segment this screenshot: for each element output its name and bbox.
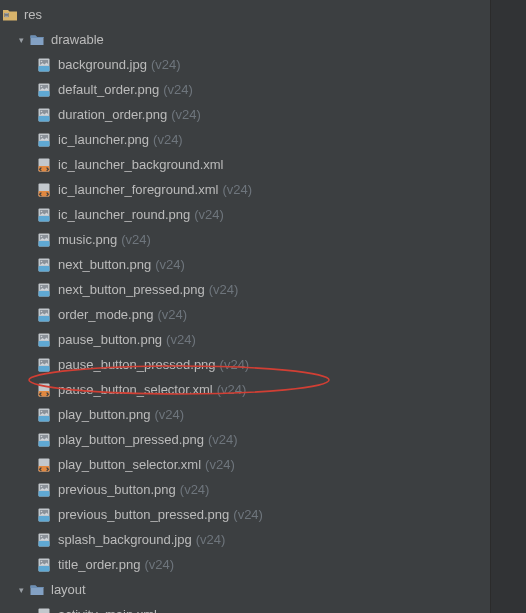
- svg-rect-5: [39, 66, 50, 72]
- svg-point-71: [41, 510, 43, 512]
- file-row[interactable]: music.png(v24): [0, 227, 490, 252]
- folder-icon: [29, 582, 45, 598]
- file-row[interactable]: splash_background.jpg(v24): [0, 527, 490, 552]
- folder-row-drawable[interactable]: ▾ drawable: [0, 27, 490, 52]
- file-qualifier: (v24): [157, 307, 187, 322]
- file-qualifier: (v24): [196, 532, 226, 547]
- svg-rect-45: [39, 341, 50, 347]
- file-label: ic_launcher_foreground.xml: [58, 182, 218, 197]
- image-file-icon: [36, 432, 52, 448]
- file-row[interactable]: ic_launcher_background.xml: [0, 152, 490, 177]
- file-row[interactable]: title_order.png(v24): [0, 552, 490, 577]
- file-qualifier: (v24): [151, 57, 181, 72]
- file-label: play_button_pressed.png: [58, 432, 204, 447]
- file-qualifier: (v24): [217, 382, 247, 397]
- file-label: activity_main.xml: [58, 607, 157, 613]
- svg-point-43: [41, 310, 43, 312]
- svg-rect-2: [5, 14, 9, 15]
- image-file-icon: [36, 207, 52, 223]
- file-label: next_button.png: [58, 257, 151, 272]
- layout-items: activity_main.xml: [0, 602, 490, 613]
- svg-rect-69: [39, 516, 50, 522]
- file-label: default_order.png: [58, 82, 159, 97]
- file-label: pause_button_selector.xml: [58, 382, 213, 397]
- file-qualifier: (v24): [205, 457, 235, 472]
- image-file-icon: [36, 507, 52, 523]
- file-row[interactable]: ic_launcher_round.png(v24): [0, 202, 490, 227]
- svg-rect-17: [39, 141, 50, 147]
- file-qualifier: (v24): [163, 82, 193, 97]
- svg-point-75: [41, 535, 43, 537]
- svg-point-7: [41, 60, 43, 62]
- file-row[interactable]: ic_launcher.png(v24): [0, 127, 490, 152]
- file-row[interactable]: previous_button.png(v24): [0, 477, 490, 502]
- file-label: pause_button_pressed.png: [58, 357, 216, 372]
- project-tree[interactable]: res ▾ drawable background.jpg(v24)defaul…: [0, 0, 490, 613]
- file-row[interactable]: ic_launcher_foreground.xml(v24): [0, 177, 490, 202]
- svg-point-39: [41, 285, 43, 287]
- image-file-icon: [36, 557, 52, 573]
- file-row[interactable]: background.jpg(v24): [0, 52, 490, 77]
- svg-rect-25: [39, 216, 50, 222]
- file-qualifier: (v24): [171, 107, 201, 122]
- image-file-icon: [36, 232, 52, 248]
- file-row[interactable]: next_button.png(v24): [0, 252, 490, 277]
- svg-point-61: [41, 435, 43, 437]
- svg-rect-37: [39, 291, 50, 297]
- svg-rect-33: [39, 266, 50, 272]
- file-row[interactable]: activity_main.xml: [0, 602, 490, 613]
- image-file-icon: [36, 82, 52, 98]
- folder-row-layout[interactable]: ▾ layout: [0, 577, 490, 602]
- file-qualifier: (v24): [209, 282, 239, 297]
- file-qualifier: (v24): [144, 557, 174, 572]
- svg-rect-3: [5, 16, 9, 17]
- image-file-icon: [36, 132, 52, 148]
- file-row[interactable]: next_button_pressed.png(v24): [0, 277, 490, 302]
- file-label: previous_button_pressed.png: [58, 507, 229, 522]
- folder-row-res[interactable]: res: [0, 2, 490, 27]
- folder-label: drawable: [51, 32, 104, 47]
- file-label: ic_launcher_round.png: [58, 207, 190, 222]
- drawable-items: background.jpg(v24)default_order.png(v24…: [0, 52, 490, 577]
- file-qualifier: (v24): [155, 257, 185, 272]
- file-row[interactable]: play_button.png(v24): [0, 402, 490, 427]
- file-row[interactable]: previous_button_pressed.png(v24): [0, 502, 490, 527]
- file-label: pause_button.png: [58, 332, 162, 347]
- file-label: music.png: [58, 232, 117, 247]
- file-label: splash_background.jpg: [58, 532, 192, 547]
- file-row[interactable]: play_button_pressed.png(v24): [0, 427, 490, 452]
- folder-label: layout: [51, 582, 86, 597]
- image-file-icon: [36, 307, 52, 323]
- file-row[interactable]: pause_button_selector.xml(v24): [0, 377, 490, 402]
- image-file-icon: [36, 107, 52, 123]
- file-label: title_order.png: [58, 557, 140, 572]
- file-row[interactable]: pause_button_pressed.png(v24): [0, 352, 490, 377]
- file-row[interactable]: order_mode.png(v24): [0, 302, 490, 327]
- file-label: play_button.png: [58, 407, 151, 422]
- file-qualifier: (v24): [208, 432, 238, 447]
- file-label: ic_launcher.png: [58, 132, 149, 147]
- svg-point-57: [41, 410, 43, 412]
- svg-point-31: [41, 235, 43, 237]
- svg-rect-77: [39, 566, 50, 572]
- svg-rect-80: [39, 608, 50, 613]
- file-row[interactable]: default_order.png(v24): [0, 77, 490, 102]
- file-row[interactable]: play_button_selector.xml(v24): [0, 452, 490, 477]
- file-row[interactable]: pause_button.png(v24): [0, 327, 490, 352]
- image-file-icon: [36, 257, 52, 273]
- project-tree-panel: res ▾ drawable background.jpg(v24)defaul…: [0, 0, 490, 613]
- file-row[interactable]: duration_order.png(v24): [0, 102, 490, 127]
- file-qualifier: (v24): [222, 182, 252, 197]
- file-label: order_mode.png: [58, 307, 153, 322]
- file-label: next_button_pressed.png: [58, 282, 205, 297]
- file-label: duration_order.png: [58, 107, 167, 122]
- right-gutter: [490, 0, 526, 613]
- folder-icon: [29, 32, 45, 48]
- file-label: ic_launcher_background.xml: [58, 157, 223, 172]
- svg-point-67: [41, 485, 43, 487]
- image-file-icon: [36, 282, 52, 298]
- xml-file-icon: [36, 182, 52, 198]
- folder-label: res: [24, 7, 42, 22]
- svg-rect-13: [39, 116, 50, 122]
- file-label: previous_button.png: [58, 482, 176, 497]
